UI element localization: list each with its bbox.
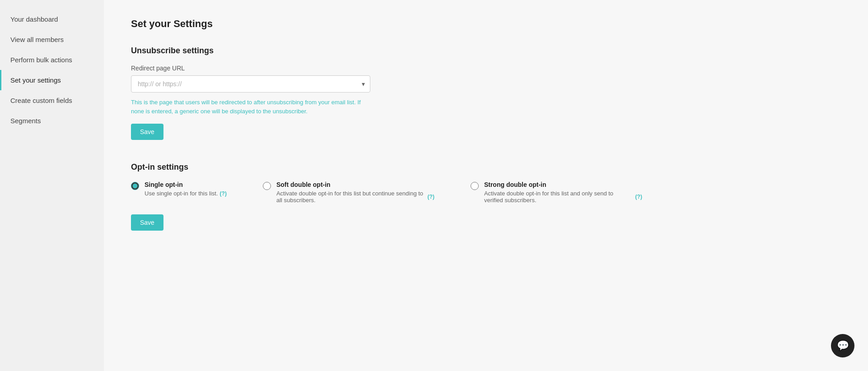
chat-icon: 💬	[837, 340, 849, 352]
optin-desc-text-soft-double: Activate double opt-in for this list but…	[276, 190, 426, 204]
sidebar-item-view-members[interactable]: View all members	[0, 29, 104, 50]
optin-label-group-strong-double: Strong double opt-inActivate double opt-…	[484, 181, 642, 204]
redirect-label: Redirect page URL	[131, 65, 841, 72]
redirect-url-wrapper: http:// or https:// ▾	[131, 75, 370, 93]
sidebar-item-custom-fields[interactable]: Create custom fields	[0, 90, 104, 111]
radio-wrapper-strong-double	[471, 182, 479, 192]
optin-desc-single: Use single opt-in for this list. (?)	[145, 190, 227, 197]
sidebar-item-dashboard[interactable]: Your dashboard	[0, 9, 104, 29]
optin-save-button[interactable]: Save	[131, 214, 163, 231]
radio-wrapper-soft-double	[263, 182, 271, 192]
optin-option-strong-double: Strong double opt-inActivate double opt-…	[471, 181, 642, 204]
optin-label-group-soft-double: Soft double opt-inActivate double opt-in…	[276, 181, 434, 204]
sidebar: Your dashboardView all membersPerform bu…	[0, 0, 104, 371]
optin-desc-text-strong-double: Activate double opt-in for this list and…	[484, 190, 634, 204]
optin-desc-strong-double: Activate double opt-in for this list and…	[484, 190, 642, 204]
unsubscribe-section: Unsubscribe settings Redirect page URL h…	[131, 46, 841, 140]
radio-soft-double[interactable]	[263, 182, 271, 190]
optin-section: Opt-in settings Single opt-inUse single …	[131, 162, 841, 231]
optin-options-group: Single opt-inUse single opt-in for this …	[131, 181, 841, 204]
radio-strong-double[interactable]	[471, 182, 479, 190]
main-content: Set your Settings Unsubscribe settings R…	[104, 0, 868, 371]
optin-label-group-single: Single opt-inUse single opt-in for this …	[145, 181, 227, 197]
chat-button[interactable]: 💬	[831, 334, 854, 357]
unsubscribe-save-button[interactable]: Save	[131, 124, 163, 140]
optin-title: Opt-in settings	[131, 162, 841, 172]
sidebar-item-bulk-actions[interactable]: Perform bulk actions	[0, 50, 104, 70]
optin-label-text-soft-double: Soft double opt-in	[276, 181, 434, 188]
help-badge-single[interactable]: (?)	[220, 190, 227, 197]
optin-desc-text-single: Use single opt-in for this list.	[145, 190, 218, 197]
unsubscribe-title: Unsubscribe settings	[131, 46, 841, 56]
optin-option-single: Single opt-inUse single opt-in for this …	[131, 181, 227, 197]
optin-option-soft-double: Soft double opt-inActivate double opt-in…	[263, 181, 434, 204]
radio-wrapper-single	[131, 182, 139, 192]
help-badge-soft-double[interactable]: (?)	[428, 194, 434, 200]
optin-label-text-strong-double: Strong double opt-in	[484, 181, 642, 188]
sidebar-item-segments[interactable]: Segments	[0, 111, 104, 131]
radio-single[interactable]	[131, 182, 139, 190]
page-title: Set your Settings	[131, 18, 841, 30]
redirect-url-select[interactable]: http:// or https://	[131, 75, 370, 93]
sidebar-item-set-settings[interactable]: Set your settings	[0, 70, 104, 90]
redirect-helper-text: This is the page that users will be redi…	[131, 98, 370, 116]
optin-desc-soft-double: Activate double opt-in for this list but…	[276, 190, 434, 204]
optin-label-text-single: Single opt-in	[145, 181, 227, 188]
help-badge-strong-double[interactable]: (?)	[635, 194, 642, 200]
